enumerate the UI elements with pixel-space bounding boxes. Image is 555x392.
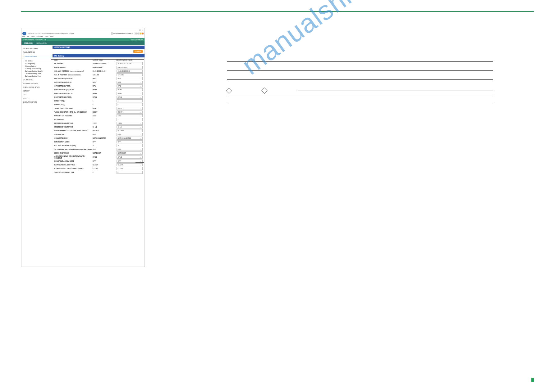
sidebar-item-calibration[interactable]: CALIBRATION <box>23 79 51 81</box>
value-select[interactable]: NOT CONNECTED⌄ <box>117 137 143 140</box>
value-select[interactable]: MP1⌄ <box>117 84 143 88</box>
setting-name: CSL IP ADDRESS (xxx.xxx.xxx.xxx) <box>54 74 93 76</box>
sidebar-subitem[interactable]: · Collimator Setting Free <box>24 75 51 77</box>
value-select[interactable]: MPX1⌄ <box>117 88 143 91</box>
table-row: NUM OF SE(s)55 <box>54 103 143 106</box>
url-field[interactable]: http://192.168.0.10:1012/index.html#/top… <box>27 32 112 35</box>
sidebar-item-update-software[interactable]: UPDATE SOFTWARE <box>23 47 51 49</box>
sidebar-subitem[interactable]: · SE Sleep Mode Setting <box>24 68 51 70</box>
current-value: 127.0.0.1 <box>93 74 117 76</box>
field-value: MPX1 <box>118 89 122 91</box>
setting-name: TABLE DIRECTION HEAD (for DR-ID1422SE) <box>54 111 93 113</box>
menu-item[interactable]: Edit <box>27 35 30 37</box>
panel-title: CONFIG SETTING <box>53 46 144 49</box>
table-row: CSL IP ADDRESS (xxx.xxx.xxx.xxx)127.0.0.… <box>54 73 143 77</box>
setting-name: UPRIGHT 180 REVERSE <box>54 115 93 117</box>
menu-item[interactable]: Favorites <box>36 35 43 37</box>
chevron-down-icon: ⌄ <box>140 156 141 158</box>
setting-name: TABLE DIRECTION HEAD <box>54 107 93 109</box>
value-select[interactable]: MP1⌄ <box>117 77 143 80</box>
current-value: MPX1 <box>93 89 117 91</box>
setting-name: A SYNCHRONOUS MC-SHUTDOWN WITH CONSOLE <box>54 155 93 159</box>
status-dot-icon <box>140 33 141 34</box>
tab-installation[interactable]: INSTALLATION <box>36 42 47 44</box>
menu-item[interactable]: Help <box>50 35 53 37</box>
value-select[interactable]: CLEAR⌄ <box>117 167 143 170</box>
value-input[interactable]: 10 <box>117 144 143 147</box>
sidebar-item-log[interactable]: LOG <box>23 94 51 96</box>
sidebar-item-network-setting[interactable]: NETWORK SETTING <box>23 83 51 84</box>
setting-name: AUTO DETECT <box>54 133 93 135</box>
config-sublist: · MC Setting· RU Image Flag· Wireless Se… <box>24 60 51 77</box>
tab-title: DR Maintenance Software <box>113 33 131 34</box>
value-select[interactable]: 10 [s]⌄ <box>117 125 143 128</box>
sidebar-subitem[interactable]: · Collimator Setting Table <box>24 73 51 74</box>
menu-item[interactable]: View <box>31 35 35 37</box>
rule <box>227 104 493 104</box>
current-value: 1 <box>93 119 117 120</box>
value-input[interactable]: 1 <box>117 99 143 102</box>
value-select[interactable]: OFF⌄ <box>117 140 143 143</box>
tab-operation[interactable]: OPERATION <box>24 42 33 44</box>
value-input[interactable]: 127.0.0.1 <box>117 73 143 76</box>
maximize-icon[interactable]: ☐ <box>139 29 140 31</box>
current-value: OFF <box>93 148 117 150</box>
table-row: PORT SETTING (TABLE)MPX1MPX1⌄ <box>54 92 143 95</box>
value-select[interactable]: CLEAR⌄ <box>117 163 143 166</box>
confirm-button[interactable]: Confirm <box>133 50 143 53</box>
table-row: BATTERY WARNING SE[min]1010 <box>54 144 143 147</box>
device-label: DR-ID1200MC-V6 <box>131 39 143 41</box>
value-select[interactable]: RIGHT⌄ <box>117 107 143 110</box>
value-select[interactable]: RIGHT⌄ <box>117 110 143 114</box>
value-select[interactable]: NOT EXIST⌄ <box>117 151 143 155</box>
table-row: SE BATTERY WATCHING (when connecting cab… <box>54 147 143 151</box>
browser-bar: ← http://192.168.0.10:1012/index.html#/t… <box>21 32 144 35</box>
table-row: MC-PC EXISTENCENOT EXISTNOT EXIST⌄ <box>54 151 143 155</box>
close-icon[interactable]: ✕ <box>142 29 143 31</box>
app-title: DR Maintenance Software V1.3.3 <box>23 39 46 41</box>
sidebar-item-utility[interactable]: UTILITY <box>23 97 51 99</box>
chevron-down-icon: ⌄ <box>140 164 141 166</box>
setting-name: PORT SETTING (TABLE) <box>54 92 93 94</box>
value-select[interactable]: OFF⌄ <box>117 133 143 136</box>
browser-tab[interactable]: DR Maintenance Software ✕ <box>112 32 134 35</box>
sidebar-item-history[interactable]: HISTORY <box>23 90 51 92</box>
sidebar-item-config-setting[interactable]: CONFIG SETTING <box>23 55 51 58</box>
value-select[interactable]: MP1⌄ <box>117 81 143 84</box>
current-value: 20161112222390957 <box>93 63 117 65</box>
app-header: DR Maintenance Software V1.3.3 DR-ID1200… <box>21 38 144 41</box>
value-input[interactable]: DR-ID1200MC <box>117 66 143 69</box>
value-input[interactable]: 00:00:00:00:00:00 <box>117 70 143 73</box>
sidebar-item-check-device-state[interactable]: CHECK DEVICE STATE <box>23 86 51 88</box>
field-value: NOT EXIST <box>118 152 126 154</box>
setting-name: SHOTGO OFF DELAY TIME <box>54 171 93 173</box>
value-select[interactable]: MPX1⌄ <box>117 96 143 99</box>
tab-close-icon[interactable]: ✕ <box>132 33 133 34</box>
sidebar-item-backup-restore[interactable]: BACKUP/RESTORE <box>23 101 51 103</box>
value-input[interactable]: 1 <box>117 118 143 121</box>
value-select[interactable]: SYNC⌄ <box>117 155 143 159</box>
back-icon[interactable]: ← <box>22 32 26 35</box>
value-input[interactable]: 20161112222390957 <box>117 62 143 65</box>
sidebar-subitem[interactable]: · MC Setting <box>24 60 51 62</box>
value-select[interactable]: none⌄ <box>117 114 143 117</box>
menu-item[interactable]: File <box>22 35 25 37</box>
menu-item[interactable]: Tools <box>45 35 48 37</box>
chevron-down-icon: ⌄ <box>140 81 141 83</box>
field-value: OFF <box>118 133 121 135</box>
current-value: OFF <box>93 160 117 162</box>
value-select[interactable]: NORMAL⌄ <box>117 129 143 132</box>
field-value: OFF <box>118 160 121 162</box>
sidebar-subitem[interactable]: · Wireless Setting <box>24 65 51 67</box>
value-select[interactable]: MPX1⌄ <box>117 92 143 95</box>
value-select[interactable]: 1.2 [s]⌄ <box>117 122 143 125</box>
sidebar-subitem[interactable]: · Collimator Setting Upright <box>24 70 51 72</box>
value-input[interactable]: 0 <box>117 171 143 174</box>
sidebar-item-panel-setting[interactable]: PANEL SETTING <box>23 51 51 53</box>
sidebar-subitem[interactable]: · RU Image Flag <box>24 63 51 65</box>
minimize-icon[interactable]: — <box>136 29 138 31</box>
setting-name: OPE SETTING (UPRIGHT) <box>54 78 93 79</box>
value-select[interactable]: OFF⌄ <box>117 148 143 151</box>
value-input[interactable]: 5 <box>117 103 143 106</box>
current-value: 1.2 [s] <box>93 122 117 124</box>
